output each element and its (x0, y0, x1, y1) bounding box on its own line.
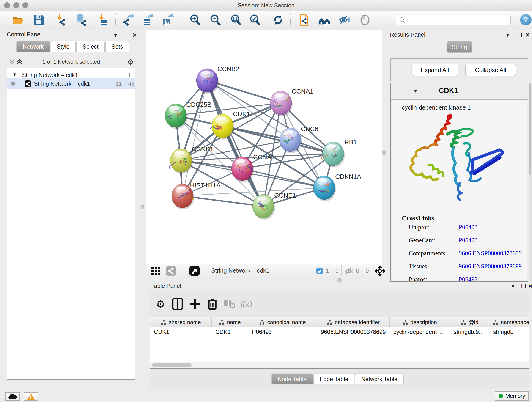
column-header--id[interactable]: @id (450, 317, 489, 327)
tab-network[interactable]: Network (17, 41, 50, 52)
network-list-header: 1 of 1 Network selected ⚙ (7, 57, 136, 67)
table-cell[interactable]: CDK1 (212, 327, 248, 337)
grid-view-icon[interactable] (151, 266, 161, 275)
hidden-eye-icon[interactable] (345, 268, 354, 275)
network-node-CDK1[interactable] (210, 114, 234, 140)
network-node-CCNA1[interactable] (269, 91, 293, 116)
tab-string[interactable]: String (447, 41, 472, 52)
network-row-selected[interactable]: String Network – cdk1 11 48 (7, 78, 135, 89)
open-session-icon[interactable] (11, 13, 25, 27)
save-session-icon[interactable] (32, 13, 45, 27)
memory-button[interactable]: Memory (495, 391, 529, 401)
function-builder-icon[interactable]: f(x) (240, 298, 253, 310)
birds-eye-view-icon[interactable] (375, 266, 385, 276)
cyweb-share-icon[interactable] (298, 13, 311, 27)
hide-graphics-icon[interactable] (338, 13, 351, 27)
right-splitter-handle[interactable] (382, 150, 386, 155)
zoom-fit-icon[interactable] (229, 13, 243, 27)
crosslink-link[interactable]: P06493 (459, 237, 478, 244)
tab-network-table[interactable]: Network Table (355, 374, 404, 384)
import-network-icon[interactable] (55, 13, 68, 27)
table-gear-icon[interactable]: ⚙ (154, 298, 167, 310)
results-panel-menu-icon[interactable]: ▾ (506, 32, 509, 38)
tab-sets[interactable]: Sets (105, 41, 129, 52)
expand-all-button[interactable]: Expand All (412, 64, 458, 76)
open-in-window-icon[interactable] (189, 266, 200, 276)
cloud-status-button[interactable] (6, 392, 20, 401)
network-view-mode-icon[interactable] (166, 266, 176, 276)
network-node-CDC6[interactable] (279, 128, 302, 153)
export-network-icon[interactable] (123, 13, 136, 27)
table-panel-close-icon[interactable]: ✕ (528, 283, 532, 289)
network-node-CCNE1[interactable] (253, 194, 275, 220)
add-column-icon[interactable] (189, 298, 201, 310)
show-columns-icon[interactable] (171, 298, 184, 310)
help-icon[interactable]: ? (520, 14, 532, 26)
crosslink-link[interactable]: P06493 (459, 224, 478, 231)
home-icon[interactable] (318, 13, 331, 27)
warning-status-button[interactable] (24, 392, 38, 401)
layout-refresh-icon[interactable] (272, 13, 285, 27)
network-edge[interactable] (242, 169, 324, 188)
results-panel-float-icon[interactable]: ❒ (517, 32, 522, 38)
table-hscrollbar[interactable] (150, 362, 529, 368)
network-node-CCNB2[interactable] (196, 69, 219, 94)
zoom-out-icon[interactable] (209, 13, 222, 27)
table-cell[interactable]: P06493 (248, 327, 317, 337)
column-header-description[interactable]: description (390, 317, 450, 327)
network-options-gear-icon[interactable]: ⚙ (127, 57, 134, 66)
search-input[interactable] (407, 17, 510, 23)
delete-table-icon[interactable] (223, 298, 235, 310)
table-cell[interactable]: cyclin-dependent ... (390, 327, 450, 337)
table-cell[interactable]: stringdb:9... (450, 327, 489, 337)
zoom-selected-icon[interactable] (248, 13, 262, 27)
results-panel-close-icon[interactable]: ✕ (525, 32, 530, 38)
table-cell[interactable]: CDK1 (150, 327, 212, 337)
import-table-icon[interactable] (96, 13, 109, 27)
results-scrollbar-thumb[interactable] (529, 83, 531, 175)
column-header-database-identifier[interactable]: database identifier (317, 317, 390, 327)
network-node-CDKN1A[interactable] (313, 176, 336, 201)
table-data-row[interactable]: CDK1CDK1P064939606.ENSP00000378699cyclin… (150, 327, 529, 337)
selected-checkbox-icon[interactable] (316, 268, 323, 274)
tab-select[interactable]: Select (76, 41, 104, 52)
crosslink-link[interactable]: 9606.ENSP00000378699 (459, 263, 522, 270)
table-panel-menu-icon[interactable]: ▾ (512, 283, 514, 289)
network-node-CCNA2[interactable] (231, 157, 254, 182)
control-panel-float-icon[interactable]: ❒ (125, 32, 130, 38)
network-canvas[interactable]: CCNB2CCNA1CDC25BCDK1CDC6RB1CCNB1CCNA2CDK… (146, 31, 382, 264)
collection-expander-icon[interactable]: ▼ (12, 72, 17, 77)
node-label-CCNA2: CCNA2 (253, 153, 275, 161)
tab-style[interactable]: Style (51, 41, 76, 52)
export-table-icon[interactable] (142, 13, 155, 27)
control-panel-close-icon[interactable]: ✕ (133, 32, 137, 38)
preview-icon[interactable] (358, 13, 372, 27)
network-results-divider[interactable] (385, 29, 385, 281)
column-header-namespace[interactable]: namespace (489, 317, 529, 327)
tab-node-table[interactable]: Node Table (272, 374, 313, 384)
control-panel-menu-icon[interactable]: ▾ (114, 32, 117, 38)
network-edge[interactable] (182, 196, 263, 206)
collapse-all-button[interactable]: Collapse All (465, 64, 516, 76)
tab-edge-table[interactable]: Edge Table (313, 374, 355, 384)
delete-column-icon[interactable] (206, 298, 219, 310)
results-scrollbar[interactable] (529, 83, 532, 282)
table-cell[interactable]: stringdb (489, 327, 529, 337)
export-image-icon[interactable] (161, 13, 175, 27)
control-network-divider[interactable] (144, 29, 144, 389)
network-node-CDC25B[interactable] (165, 104, 187, 129)
protein-expander-icon[interactable]: ▼ (413, 88, 418, 94)
table-hscrollbar-thumb[interactable] (152, 364, 191, 367)
column-header-shared-name[interactable]: shared name (150, 317, 212, 327)
zoom-in-icon[interactable] (189, 13, 202, 27)
table-panel-float-icon[interactable]: ❒ (521, 283, 526, 289)
network-graph[interactable]: CCNB2CCNA1CDC25BCDK1CDC6RB1CCNB1CCNA2CDK… (146, 31, 382, 264)
table-cell[interactable]: 9606.ENSP00000378699 (317, 327, 390, 337)
crosslink-link[interactable]: 9606.ENSP00000378699 (459, 250, 522, 257)
column-header-name[interactable]: name (212, 317, 248, 327)
import-database-icon[interactable] (74, 13, 88, 27)
search-box[interactable] (396, 15, 511, 25)
protein-header[interactable]: ▼ CDK1 (391, 83, 528, 100)
toolbar-separator (181, 265, 181, 276)
column-header-canonical-name[interactable]: canonical name (248, 317, 317, 327)
